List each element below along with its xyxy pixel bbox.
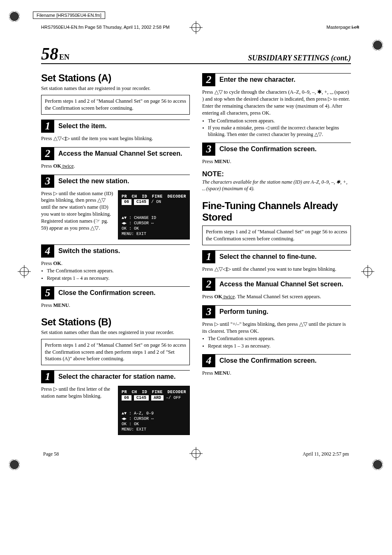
- ok-label: OK: [53, 260, 61, 266]
- set-stations-b-heading: Set Stations (B): [41, 316, 190, 328]
- bullet: Repeat steps 1 – 4 as necessary.: [47, 275, 190, 281]
- osd-legend: OK : OK: [122, 421, 186, 427]
- text: .: [230, 370, 231, 376]
- text: Press: [202, 370, 214, 376]
- bullet: The Confirmation screen appears.: [208, 117, 351, 124]
- page-number-value: 58: [41, 44, 58, 63]
- text: Press ▷ until "+/–" begins blinking, the…: [202, 321, 346, 334]
- step-a2-title: Access the Manual Channel Set screen.: [58, 150, 182, 157]
- step-number-icon: 3: [202, 143, 215, 156]
- left-column: Set Stations (A) Set station names that …: [41, 70, 190, 440]
- osd-val: C145: [134, 199, 149, 205]
- step-ft4-head: 4 Close the Confirmation screen.: [202, 354, 351, 367]
- crop-mark-icon: [369, 37, 386, 53]
- osd-val: 06: [122, 395, 131, 401]
- perform-box-ft: Perform steps 1 and 2 of "Manual Channel…: [202, 226, 351, 245]
- step-number-icon: 3: [202, 305, 215, 318]
- text: Press △▽ to cycle through the characters…: [202, 89, 350, 116]
- set-stations-b-sub: Set station names other than the ones re…: [41, 329, 190, 336]
- osd-val: –/: [166, 396, 171, 400]
- page-lang: EN: [59, 53, 69, 61]
- step-a5-head: 5 Close the Confirmation screen.: [41, 286, 190, 299]
- step-a2-body: Press OK twice.: [41, 163, 190, 170]
- osd-legend: OK : OK: [122, 226, 186, 231]
- step-number-icon: 3: [41, 175, 54, 188]
- bullet: If you make a mistake, press ◁ until the…: [208, 124, 351, 138]
- step-number-icon: 4: [202, 354, 215, 367]
- registration-mark-icon: [363, 267, 372, 276]
- text: .: [230, 159, 231, 164]
- twice-label: twice: [222, 294, 235, 299]
- osd-legend: ◀▶ : CURSOR ↔: [122, 221, 186, 226]
- filename-box: Filename [HRS7950EU4-EN.fm]: [33, 12, 105, 19]
- on-screen-display-b: PR CH ID FINE DECODER 06 C145 ARD –/ OFF: [118, 386, 190, 435]
- step-a4-body: Press OK. The Confirmation screen appear…: [41, 260, 190, 281]
- text: Press: [202, 294, 214, 299]
- registration-mark-icon: [191, 449, 201, 458]
- page-header: 58EN SUBSIDIARY SETTINGS (cont.): [41, 45, 351, 64]
- crop-mark-icon: [6, 8, 23, 25]
- step-number-icon: 5: [41, 286, 54, 299]
- perform-box-a: Perform steps 1 and 2 of "Manual Channel…: [41, 95, 190, 115]
- note-body: The characters available for the station…: [202, 179, 351, 192]
- footer-timestamp: April 11, 2002 2:57 pm: [302, 451, 349, 457]
- step-b1-head: 1 Select the character for station name.: [41, 370, 190, 383]
- osd-col: ID: [142, 389, 147, 395]
- running-head: HRS7950EU4-EN.fm Page 58 Thursday, April…: [41, 25, 170, 30]
- step-a4-head: 4 Switch the stations.: [41, 244, 190, 258]
- text: Press: [202, 159, 214, 164]
- text: .: [74, 163, 75, 169]
- fine-tuning-heading: Fine-Tuning Channels Already Stored: [202, 200, 351, 223]
- step-r3-body: Press MENU.: [202, 158, 351, 165]
- osd-col: FINE: [152, 389, 163, 395]
- perform-box-b: Perform steps 1 and 2 of "Manual Channel…: [41, 339, 190, 366]
- bullet: The Confirmation screen appears.: [208, 335, 351, 342]
- step-ft2-head: 2 Access the Manual Channel Set screen.: [202, 278, 351, 291]
- step-a3-head: 3 Select the new station.: [41, 175, 190, 188]
- text: Press: [41, 163, 53, 169]
- osd-val: ON: [156, 200, 161, 204]
- osd-col: FINE: [152, 194, 163, 200]
- osd-val: OFF: [173, 396, 181, 400]
- footer-page-number: Page 58: [43, 451, 59, 457]
- step-a3-title: Select the new station.: [58, 177, 129, 185]
- masterpage-value: Left: [352, 25, 359, 30]
- set-stations-a-heading: Set Stations (A): [41, 72, 190, 84]
- text: . The Manual Channel Set screen appears.: [235, 294, 321, 299]
- step-a4-title: Switch the stations.: [58, 247, 120, 255]
- bullet: Repeat steps 1 – 3 as necessary.: [208, 343, 351, 349]
- osd-legend: ▲▼ : CHANGE ID: [122, 215, 186, 221]
- step-b1-title: Select the character for station name.: [58, 373, 175, 380]
- osd-val: /: [151, 200, 154, 204]
- menu-label: MENU: [214, 159, 230, 164]
- step-number-icon: 1: [41, 370, 54, 383]
- step-number-icon: 2: [202, 73, 215, 86]
- registration-mark-icon: [20, 267, 29, 276]
- text: .: [61, 260, 62, 266]
- osd-col: CH: [132, 389, 137, 395]
- step-ft4-title: Close the Confirmation screen.: [219, 357, 317, 364]
- step-a5-title: Close the Confirmation screen.: [58, 289, 156, 297]
- step-a3-text: Press ▷ until the station name (ID) begi…: [41, 190, 114, 232]
- step-b1-body: Press ▷ until the first letter of the st…: [41, 386, 190, 435]
- step-a5-body: Press MENU.: [41, 302, 190, 309]
- osd-legend: ◀▶ : CURSOR ↔: [122, 416, 186, 421]
- step-r2-body: Press △▽ to cycle through the characters…: [202, 89, 351, 138]
- step-number-icon: 1: [41, 120, 54, 133]
- ok-label: OK: [53, 163, 61, 169]
- step-number-icon: 2: [41, 147, 54, 160]
- osd-legend: MENU: EXIT: [122, 427, 186, 432]
- step-a1-body: Press △▽◁▷ until the item you want begin…: [41, 135, 190, 142]
- menu-label: MENU: [214, 370, 230, 376]
- osd-col: PR: [122, 389, 127, 395]
- crop-mark-icon: [6, 456, 23, 473]
- osd-col: DECODER: [167, 194, 186, 200]
- masterpage-label: Masterpage:Left: [326, 25, 359, 30]
- masterpage-prefix: Masterpage:: [326, 25, 351, 30]
- step-number-icon: 1: [202, 250, 215, 263]
- step-r2-head: 2 Enter the new character.: [202, 73, 351, 86]
- registration-mark-icon: [191, 23, 201, 32]
- menu-label: MENU: [53, 302, 69, 308]
- osd-col: PR: [122, 194, 127, 200]
- section-title: SUBSIDIARY SETTINGS (cont.): [248, 54, 351, 62]
